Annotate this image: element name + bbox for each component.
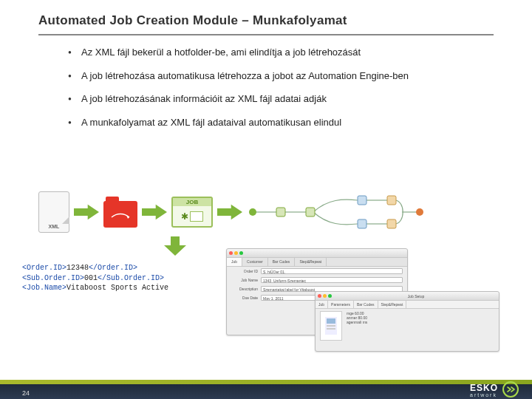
arrow-icon [74, 204, 99, 220]
form-row: Order IDS. hiÚOer 01. [227, 267, 407, 276]
bullet-item: A munkafolyamat az XML fájl adataival au… [68, 116, 488, 129]
svg-rect-15 [327, 325, 335, 327]
tab: Customer [242, 258, 268, 266]
bullet-list: Az XML fájl bekerül a hotfolder-be, ami … [0, 46, 532, 129]
svg-point-11 [416, 208, 423, 216]
arrow-icon [142, 204, 167, 220]
tab: Bar Codes [268, 258, 296, 266]
form-row: Job Name1343_Uniform-Szemantec [227, 276, 407, 284]
window-titlebar [227, 249, 407, 258]
svg-rect-6 [306, 208, 315, 216]
xml-file-label: XML [49, 224, 60, 229]
tab: Job [227, 258, 242, 266]
svg-rect-16 [327, 328, 335, 330]
slide-footer: 24 ESKO artwork [0, 365, 532, 399]
job-setup-window: Job Setup Job Parameters Bar Codes Step&… [315, 291, 499, 352]
brand-sub: artwork [470, 392, 498, 398]
tab-bar: Job Customer Bar Codes Step&Repeat [227, 258, 407, 267]
slide: Automated Job Creation Module – Munkafol… [0, 0, 532, 399]
svg-rect-14 [327, 318, 335, 324]
svg-marker-3 [217, 205, 242, 219]
bullet-item: Az XML fájl bekerül a hotfolder-be, ami … [68, 46, 488, 59]
brand-logo: ESKO artwork [470, 381, 519, 398]
brand-mark-icon [502, 381, 519, 398]
window-titlebar: Job Setup [316, 292, 499, 301]
svg-marker-12 [164, 236, 186, 256]
svg-rect-9 [387, 196, 396, 205]
bullet-item: A job létrehozásának információit az XML… [68, 92, 488, 106]
xml-file-icon: XML [38, 191, 69, 233]
job-box-header: JOB [173, 198, 211, 206]
thumbnail-icon [320, 311, 342, 341]
window-body: mge 60.00 anmer 80.00 agenmali ms [316, 309, 499, 327]
flow-diagram: XML JOB ✱ [38, 186, 497, 238]
slide-title: Automated Job Creation Module – Munkafol… [0, 0, 532, 34]
arrow-icon [217, 204, 242, 220]
workflow-graph-icon [247, 190, 497, 234]
title-underline [38, 34, 494, 35]
star-icon: ✱ [181, 211, 188, 222]
down-arrow-icon [164, 236, 186, 259]
app-screenshots: Job Customer Bar Codes Step&Repeat Order… [226, 248, 507, 352]
picture-icon [190, 211, 203, 222]
column-headers: Job Parameters Bar Codes Step&Repeat [316, 301, 499, 309]
svg-point-4 [249, 208, 256, 216]
page-number: 24 [22, 389, 30, 397]
svg-rect-5 [276, 208, 285, 216]
hotfolder-icon [103, 201, 137, 228]
xml-snippet: <Order.ID>12348</Order.ID> <Sub.Order.ID… [22, 263, 168, 293]
svg-marker-2 [142, 205, 167, 219]
brand-name: ESKO [470, 383, 498, 393]
job-box-icon: JOB ✱ [171, 197, 213, 228]
svg-marker-0 [74, 205, 99, 219]
svg-rect-8 [358, 219, 366, 228]
svg-rect-10 [387, 219, 396, 228]
svg-rect-7 [358, 196, 366, 205]
bullet-item: A job létrehozása automatikusa létrehozz… [68, 69, 488, 83]
tab: Step&Repeat [295, 258, 327, 266]
